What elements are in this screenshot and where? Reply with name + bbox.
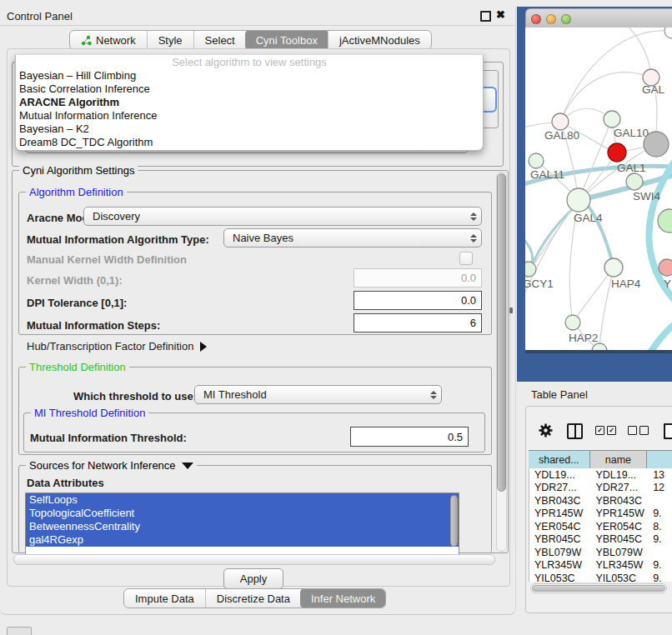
table-cell[interactable]: YIL053C	[529, 572, 590, 582]
collapsed-panel-button[interactable]	[7, 627, 32, 635]
attributes-scrollbar-thumb[interactable]	[450, 495, 458, 547]
split-columns-icon[interactable]	[567, 423, 583, 439]
table-row[interactable]: YPR145WYPR145W9.	[529, 508, 672, 521]
table-row[interactable]: YER054CYER054C8.	[529, 520, 672, 533]
table-cell[interactable]: 13	[648, 469, 672, 481]
data-attribute-item[interactable]: SelfLoops	[26, 493, 459, 507]
which-threshold-combobox[interactable]: MI Threshold	[194, 385, 442, 404]
float-window-icon[interactable]	[480, 11, 491, 22]
table-cell[interactable]: YLR345W	[590, 559, 648, 571]
network-node-hap2[interactable]	[565, 315, 580, 330]
table-row[interactable]: YDR27...YDR27...12	[529, 482, 672, 495]
table-cell[interactable]: YBR043C	[529, 495, 590, 507]
data-attributes-list[interactable]: SelfLoopsTopologicalCoefficientBetweenne…	[25, 492, 459, 556]
manual-kernel-checkbox[interactable]	[459, 252, 473, 265]
aracne-mode-combobox[interactable]: Discovery	[83, 207, 482, 226]
table-horizontal-scrollbar-thumb[interactable]	[532, 585, 665, 592]
close-traffic-light[interactable]	[531, 14, 541, 24]
tab-jactivemnodules[interactable]: jActiveMNodules	[328, 31, 431, 49]
table-cell[interactable]: YBR045C	[590, 533, 648, 545]
table-cell[interactable]: 8.	[648, 521, 672, 532]
network-node-gal4[interactable]	[567, 188, 590, 212]
algorithm-list-item[interactable]: Basic Correlation Inference	[16, 82, 483, 96]
settings-scrollbar-thumb[interactable]	[497, 173, 506, 492]
table-cell[interactable]: YPR145W	[590, 508, 648, 519]
table-cell[interactable]: YER054C	[529, 521, 590, 532]
network-edge[interactable]	[579, 119, 612, 200]
network-node-gal80[interactable]	[552, 113, 569, 130]
dpi-tolerance-field[interactable]: 0.0	[354, 291, 482, 310]
mi-type-combobox[interactable]: Naive Bayes	[223, 228, 482, 248]
algorithm-list-item[interactable]: Bayesian – K2	[16, 122, 483, 136]
network-edge[interactable]	[650, 314, 672, 350]
column-header-shared-name[interactable]: shared...	[529, 451, 590, 469]
table-cell[interactable]: YLR345W	[529, 559, 590, 571]
network-node-gal11[interactable]	[529, 153, 544, 168]
unchecked-pair-icon[interactable]	[628, 426, 651, 435]
close-icon[interactable]: ✖	[496, 8, 505, 21]
algorithm-list-item[interactable]: Mutual Information Inference	[16, 109, 483, 122]
table-cell[interactable]: 9.	[648, 572, 672, 582]
algorithm-list-item[interactable]: ARACNE Algorithm	[16, 96, 483, 109]
table-cell[interactable]: YDR27...	[590, 482, 648, 493]
tab-impute-data[interactable]: Impute Data	[124, 589, 205, 608]
table-cell[interactable]: YDL19...	[590, 469, 648, 481]
table-cell[interactable]: 9.	[648, 508, 672, 519]
network-node-hap4[interactable]	[604, 258, 623, 277]
apply-button[interactable]: Apply	[223, 568, 283, 589]
network-node-gal1[interactable]	[608, 143, 626, 162]
zoom-traffic-light[interactable]	[561, 14, 571, 24]
hub-section-toggle[interactable]: Hub/Transcription Factor Definition	[27, 340, 207, 352]
kernel-width-field[interactable]: 0.0	[354, 268, 482, 288]
data-attribute-item[interactable]: TopologicalCoefficient	[26, 507, 459, 520]
tab-network[interactable]: Network	[70, 31, 147, 49]
gear-icon[interactable]	[537, 422, 554, 438]
network-edge[interactable]	[625, 28, 650, 69]
network-window-titlebar[interactable]	[525, 8, 672, 28]
tab-cyni-toolbox[interactable]: Cyni Toolbox	[245, 30, 328, 50]
minimize-traffic-light[interactable]	[546, 14, 556, 24]
table-row[interactable]: YBR043CYBR043C	[529, 494, 672, 508]
data-attribute-item[interactable]: BetweennessCentrality	[26, 520, 459, 533]
table-cell[interactable]: YER054C	[590, 521, 648, 532]
checked-pair-icon[interactable]: ✓✓	[595, 426, 619, 435]
network-node-swi4[interactable]	[626, 173, 643, 190]
network-node[interactable]	[644, 132, 669, 157]
column-header-name[interactable]: name	[590, 451, 648, 469]
tab-select[interactable]: Select	[193, 31, 246, 49]
table-cell[interactable]: YDL19...	[529, 469, 590, 481]
table-cell[interactable]: YPR145W	[529, 508, 590, 519]
network-node[interactable]	[592, 343, 607, 350]
tab-infer-network[interactable]: Infer Network	[300, 588, 386, 608]
column-header-clipped[interactable]	[647, 451, 672, 469]
table-cell[interactable]: YBR045C	[529, 533, 590, 545]
table-cell[interactable]: 9.	[648, 559, 672, 571]
table-row[interactable]: YDL19...YDL19...13	[529, 468, 672, 482]
network-node-y[interactable]	[659, 259, 672, 276]
table-row[interactable]: YLR345WYLR345W9.	[529, 559, 672, 572]
table-row[interactable]: YBR045CYBR045C9.	[529, 533, 672, 547]
table-cell[interactable]: 12	[648, 482, 672, 493]
data-attribute-item[interactable]: gal4RGexp	[26, 533, 459, 547]
table-cell[interactable]: YDR27...	[529, 482, 590, 493]
table-cell[interactable]: YBR043C	[590, 495, 648, 507]
table-cell[interactable]: YBL079W	[529, 547, 590, 558]
network-canvas[interactable]: GALGAL80GAL10GAL1GAL11SWI4GAL4GCY1HAP4YH…	[525, 28, 672, 350]
mi-threshold-field[interactable]: 0.5	[350, 427, 469, 447]
network-node-gcy1[interactable]	[525, 262, 536, 277]
mi-steps-field[interactable]: 6	[354, 313, 482, 332]
table-row[interactable]: YIL053CYIL053C9.	[529, 572, 672, 582]
table-cell[interactable]: 9.	[648, 533, 672, 545]
panel-divider-grip[interactable]	[509, 308, 513, 313]
table-cell[interactable]: YBL079W	[590, 547, 648, 558]
network-node-gal10[interactable]	[604, 111, 620, 128]
table-horizontal-scrollbar[interactable]	[530, 583, 667, 593]
table-cell[interactable]: YIL053C	[590, 572, 648, 582]
network-node[interactable]	[658, 209, 672, 232]
algorithm-list-item[interactable]: Bayesian – Hill Climbing	[16, 69, 483, 82]
settings-horizontal-scrollbar[interactable]	[13, 554, 495, 565]
table-row[interactable]: YBL079WYBL079W	[529, 546, 672, 559]
file-icon[interactable]	[664, 423, 672, 439]
network-node[interactable]	[664, 28, 672, 38]
tab-style[interactable]: Style	[147, 31, 193, 49]
